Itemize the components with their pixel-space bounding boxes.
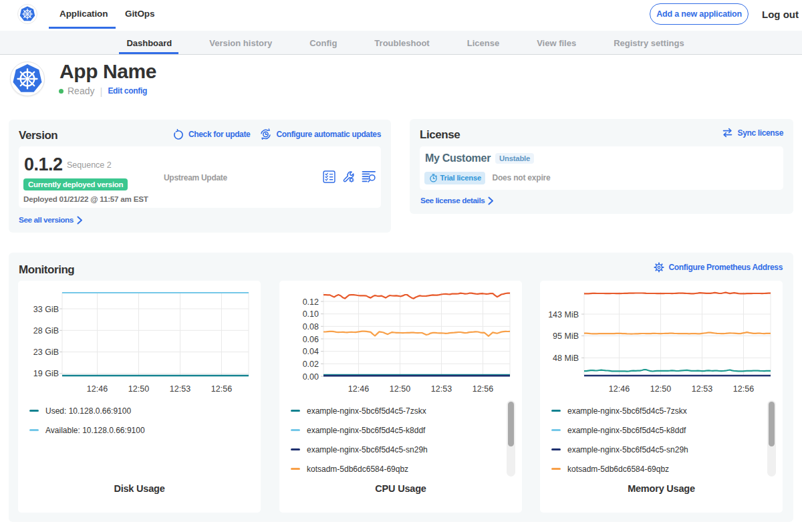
svg-text:0.02: 0.02: [303, 360, 319, 369]
svg-text:19 GiB: 19 GiB: [33, 369, 59, 378]
svg-text:48 MiB: 48 MiB: [553, 354, 579, 363]
svg-text:12:46: 12:46: [87, 384, 108, 394]
svg-text:33 GiB: 33 GiB: [33, 305, 59, 314]
svg-text:12:46: 12:46: [348, 384, 369, 394]
svg-text:0.00: 0.00: [303, 372, 319, 382]
svg-text:12:56: 12:56: [473, 384, 493, 394]
svg-text:12:53: 12:53: [692, 384, 712, 394]
svg-text:0.08: 0.08: [303, 322, 319, 331]
svg-text:12:50: 12:50: [650, 384, 671, 394]
svg-text:12:53: 12:53: [431, 384, 452, 394]
svg-text:0.10: 0.10: [303, 309, 319, 319]
svg-text:23 GiB: 23 GiB: [33, 348, 59, 357]
svg-text:12:56: 12:56: [733, 384, 754, 394]
svg-text:12:50: 12:50: [390, 384, 410, 394]
svg-text:143 MiB: 143 MiB: [548, 310, 579, 319]
svg-text:12:53: 12:53: [170, 384, 190, 394]
svg-text:28 GiB: 28 GiB: [33, 326, 59, 336]
svg-text:12:50: 12:50: [128, 384, 149, 394]
svg-text:12:46: 12:46: [609, 384, 630, 394]
svg-text:12:56: 12:56: [211, 384, 232, 394]
svg-text:95 MiB: 95 MiB: [553, 331, 579, 341]
svg-text:0.06: 0.06: [303, 335, 319, 344]
svg-text:0.04: 0.04: [303, 347, 319, 356]
svg-text:0.12: 0.12: [303, 297, 319, 307]
